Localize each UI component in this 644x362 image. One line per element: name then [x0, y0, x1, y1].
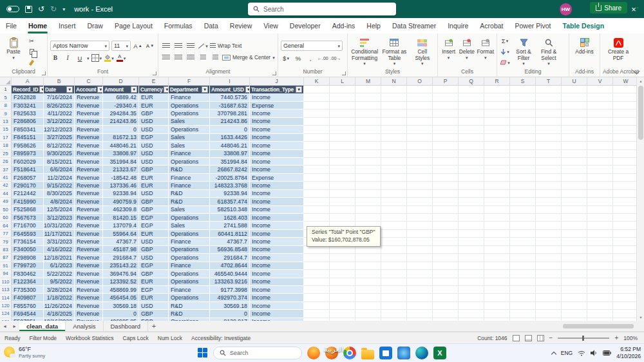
cell-B13[interactable]: 3/12/2022: [44, 118, 75, 126]
cell-J94[interactable]: Income: [250, 270, 304, 278]
row-header-41[interactable]: 41: [0, 174, 12, 182]
format-painter-button[interactable]: [26, 58, 37, 67]
cell-E13[interactable]: USD: [139, 118, 169, 126]
row-header-87[interactable]: 87: [0, 254, 12, 262]
cell-F79[interactable]: Finance: [169, 238, 210, 245]
cell-C110[interactable]: Revenue: [75, 278, 103, 286]
cell-C5[interactable]: Revenue: [75, 93, 103, 101]
share-button[interactable]: Share: [590, 2, 627, 14]
cell-J60[interactable]: Income: [250, 214, 304, 222]
file-explorer-icon[interactable]: [361, 350, 374, 359]
user-avatar[interactable]: HW: [560, 3, 572, 15]
column-header-R[interactable]: R: [484, 77, 510, 85]
cell-E26[interactable]: USD: [139, 158, 169, 166]
cell-C50[interactable]: Revenue: [75, 206, 103, 214]
cell-I110[interactable]: 133263.9216: [210, 278, 250, 286]
filter-button-department[interactable]: ▾: [202, 86, 208, 93]
fill-color-button[interactable]: ▾: [104, 53, 114, 62]
quick-access-caret-icon[interactable]: ▾: [62, 6, 65, 12]
cell-B110[interactable]: 9/5/2022: [44, 278, 75, 286]
cell-A37[interactable]: F518641: [12, 166, 44, 173]
row-header-26[interactable]: 26: [0, 158, 12, 166]
increase-decimal-button[interactable]: ←.00: [317, 53, 328, 62]
row-header-110[interactable]: 110: [0, 278, 12, 286]
cell-E60[interactable]: EGP: [139, 214, 169, 222]
cell-A91[interactable]: F799720: [12, 262, 44, 270]
cell-A18[interactable]: F958626: [12, 142, 44, 149]
row-header-77[interactable]: 77: [0, 230, 12, 238]
row-header-18[interactable]: 18: [0, 142, 12, 149]
cut-button[interactable]: ✂: [26, 36, 37, 45]
decrease-decimal-button[interactable]: .00→: [330, 53, 341, 62]
column-header-I[interactable]: I: [210, 77, 250, 85]
cell-J110[interactable]: Income: [250, 278, 304, 286]
cell-I91[interactable]: 4702.8644: [210, 262, 250, 270]
font-size-combo[interactable]: 11▾: [111, 41, 131, 51]
cell-E18[interactable]: USD: [139, 142, 169, 149]
cell-B77[interactable]: 11/17/2021: [44, 230, 75, 238]
column-header-O[interactable]: O: [407, 77, 433, 85]
cell-I25[interactable]: 33808.97: [210, 150, 250, 158]
column-header-N[interactable]: N: [381, 77, 407, 85]
cell-E42[interactable]: EUR: [139, 182, 169, 189]
cell-B9[interactable]: 4/11/2022: [44, 110, 75, 117]
cell-A83[interactable]: F340050: [12, 246, 44, 254]
cell-A64[interactable]: F716700: [12, 222, 44, 229]
cell-E17[interactable]: EGP: [139, 134, 169, 142]
scroll-up-icon[interactable]: ▲: [637, 77, 644, 84]
cell-J44[interactable]: Income: [250, 190, 304, 198]
wrap-text-button[interactable]: Wrap Text: [210, 41, 242, 50]
cell-J13[interactable]: Income: [250, 118, 304, 126]
row-header-49[interactable]: 49: [0, 198, 12, 205]
cell-D17[interactable]: 81672.13: [103, 134, 139, 142]
cell-A60[interactable]: F567673: [12, 214, 44, 222]
tab-table-design[interactable]: Table Design: [557, 18, 611, 33]
chrome-icon[interactable]: [343, 347, 356, 359]
cell-E94[interactable]: GBP: [139, 270, 169, 278]
cell-J37[interactable]: Income: [250, 166, 304, 173]
number-dialog-launcher[interactable]: [342, 71, 346, 75]
battery-icon[interactable]: [603, 350, 611, 356]
zoom-slider[interactable]: [558, 338, 609, 339]
cell-B114[interactable]: 1/18/2022: [44, 294, 75, 301]
cell-I64[interactable]: 2741.588: [210, 222, 250, 229]
row-header-114[interactable]: 114: [0, 294, 12, 301]
cell-J1[interactable]: Transaction_Type▾: [250, 86, 304, 93]
cell-A114[interactable]: F409807: [12, 294, 44, 301]
cell-C1[interactable]: Account▾: [75, 86, 103, 93]
cell-E25[interactable]: USD: [139, 150, 169, 158]
cell-C49[interactable]: Revenue: [75, 198, 103, 205]
row-header-25[interactable]: 25: [0, 150, 12, 158]
cell-F91[interactable]: Finance: [169, 262, 210, 270]
volume-icon[interactable]: [591, 350, 598, 356]
cell-A79[interactable]: F736154: [12, 238, 44, 245]
cell-C18[interactable]: Revenue: [75, 142, 103, 149]
cell-I113[interactable]: 9177.3998: [210, 286, 250, 294]
sort-filter-button[interactable]: Sort & Filter ▾: [512, 35, 535, 68]
percent-format-button[interactable]: %: [293, 53, 303, 62]
row-header-91[interactable]: 91: [0, 262, 12, 270]
cell-B94[interactable]: 5/22/2022: [44, 270, 75, 278]
align-middle-button[interactable]: [173, 41, 184, 50]
cell-C25[interactable]: Revenue: [75, 150, 103, 158]
cell-E41[interactable]: EUR: [139, 174, 169, 182]
cell-D83[interactable]: 45187.98: [103, 246, 139, 254]
number-format-combo[interactable]: General▾: [281, 41, 343, 51]
cell-F9[interactable]: Operations: [169, 110, 210, 117]
cell-C26[interactable]: Revenue: [75, 158, 103, 166]
tab-insert[interactable]: Insert: [53, 18, 81, 33]
cell-J8[interactable]: Expense: [250, 102, 304, 110]
cell-B18[interactable]: 8/12/2022: [44, 142, 75, 149]
cell-F64[interactable]: Sales: [169, 222, 210, 229]
tab-data-streamer[interactable]: Data Streamer: [386, 18, 442, 33]
cell-A17[interactable]: F845151: [12, 134, 44, 142]
tab-home[interactable]: Home: [23, 18, 53, 33]
cell-C124[interactable]: Revenue: [75, 310, 103, 318]
cell-C42[interactable]: Revenue: [75, 182, 103, 189]
cell-A113[interactable]: F735300: [12, 286, 44, 294]
cell-B87[interactable]: 12/18/2021: [44, 254, 75, 262]
cell-F37[interactable]: R&D: [169, 166, 210, 173]
cell-A120[interactable]: F855760: [12, 302, 44, 310]
cell-D87[interactable]: 291684.7: [103, 254, 139, 262]
zoom-slider-knob[interactable]: [582, 336, 584, 341]
